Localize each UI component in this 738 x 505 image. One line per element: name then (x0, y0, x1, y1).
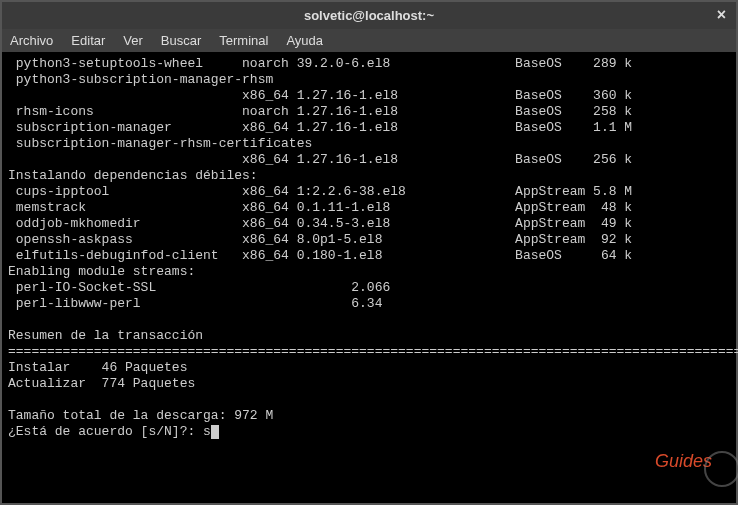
window-title: solvetic@localhost:~ (304, 8, 434, 23)
confirm-prompt: ¿Está de acuerdo [s/N]?: s (8, 424, 211, 439)
menu-editar[interactable]: Editar (71, 33, 105, 48)
menu-archivo[interactable]: Archivo (10, 33, 53, 48)
cursor (211, 425, 219, 439)
menu-buscar[interactable]: Buscar (161, 33, 201, 48)
menu-ayuda[interactable]: Ayuda (286, 33, 323, 48)
menu-terminal[interactable]: Terminal (219, 33, 268, 48)
titlebar: solvetic@localhost:~ × (2, 2, 736, 29)
close-icon[interactable]: × (717, 6, 726, 24)
menu-ver[interactable]: Ver (123, 33, 143, 48)
terminal-window: solvetic@localhost:~ × Archivo Editar Ve… (0, 0, 738, 505)
terminal-output[interactable]: python3-setuptools-wheel noarch 39.2.0-6… (2, 52, 736, 495)
watermark-circle-icon (704, 451, 738, 487)
menubar: Archivo Editar Ver Buscar Terminal Ayuda (2, 29, 736, 52)
